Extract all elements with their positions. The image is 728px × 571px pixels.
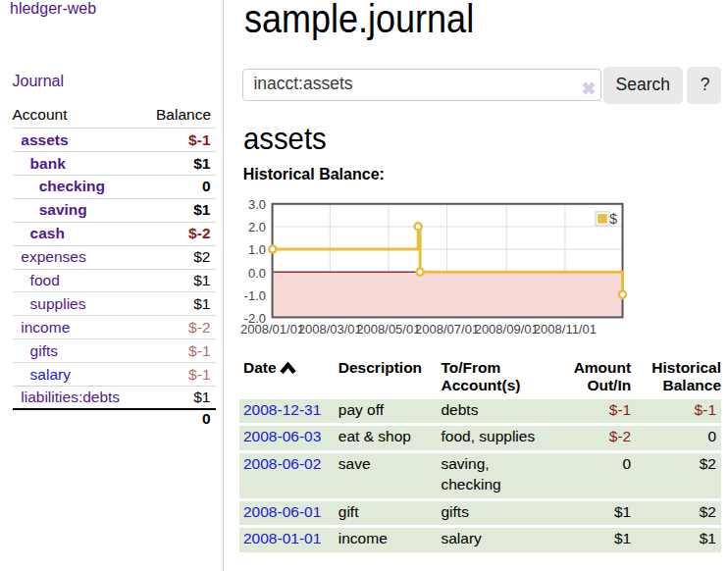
svg-text:2008/03/01: 2008/03/01 <box>298 322 362 337</box>
svg-text:$: $ <box>609 211 617 227</box>
svg-text:2008/01/01: 2008/01/01 <box>240 322 304 337</box>
svg-text:2.0: 2.0 <box>248 220 266 234</box>
svg-text:2008/05/01: 2008/05/01 <box>356 322 420 337</box>
svg-text:2008/07/01: 2008/07/01 <box>415 322 479 337</box>
svg-text:2008/09/01: 2008/09/01 <box>475 322 539 337</box>
svg-text:2008/11/01: 2008/11/01 <box>534 322 597 337</box>
svg-text:1.0: 1.0 <box>248 242 266 257</box>
svg-text:0.0: 0.0 <box>248 266 266 281</box>
svg-text:-1.0: -1.0 <box>244 288 266 303</box>
svg-text:3.0: 3.0 <box>248 197 266 212</box>
